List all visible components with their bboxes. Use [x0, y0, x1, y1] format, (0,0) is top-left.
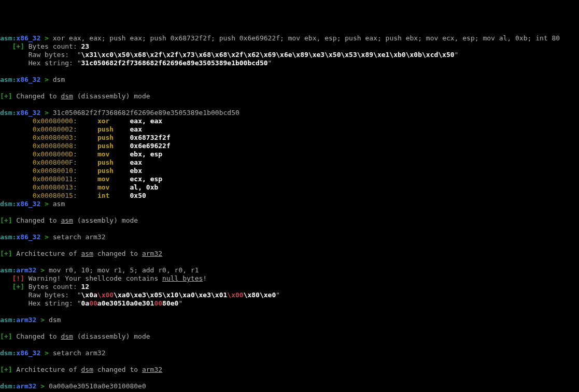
info-tag: [+] — [12, 42, 24, 50]
info-text: (assembly) mode — [73, 216, 138, 224]
terminal-line — [0, 225, 579, 233]
prompt-mode: asm — [0, 266, 12, 274]
dis-colon: : — [73, 117, 97, 125]
dis-address: 0x00080002 — [33, 125, 73, 133]
prompt-command[interactable]: setarch arm32 — [53, 233, 106, 241]
indent — [0, 42, 12, 50]
info-underline: asm — [81, 250, 93, 257]
dis-mnemonic: push — [97, 134, 130, 141]
prompt-arch: x86_32 — [16, 233, 40, 241]
dis-mnemonic: xor — [97, 117, 130, 125]
hex-trail: " — [268, 59, 272, 67]
terminal-line — [0, 341, 579, 349]
info-text: Warning! Your shellcode contains — [24, 274, 162, 282]
segment: 0a — [81, 299, 90, 307]
terminal-line — [0, 258, 579, 266]
segment: \x80\xe0 — [244, 291, 276, 299]
dis-address: 0x0008000F — [33, 158, 73, 166]
segment: \xa0\xe3\x05\x10\xa0\xe3\x01 — [114, 291, 227, 299]
segment: Raw bytes: " — [0, 291, 81, 299]
indent — [0, 167, 33, 175]
dis-operands: ebx — [130, 167, 142, 175]
prompt-arch: x86_32 — [16, 109, 40, 117]
prompt-arrow: > — [36, 316, 48, 324]
terminal-line: dsm:x86_32 > setarch arm32 — [0, 349, 579, 357]
prompt-command[interactable]: dsm — [49, 316, 61, 324]
info-text: ! — [203, 274, 207, 282]
terminal-line: [+] Changed to dsm (disassembly) mode — [0, 92, 579, 100]
dis-mnemonic: mov — [97, 175, 130, 183]
dis-operands: al, 0xb — [130, 183, 159, 191]
info-tag: [+] — [12, 283, 24, 291]
indent — [0, 125, 33, 133]
terminal-line — [0, 241, 579, 250]
info-text: Changed to — [12, 92, 61, 100]
segment: 80e0 — [162, 299, 178, 307]
segment: a0e30510a0e301 — [97, 299, 154, 307]
dis-mnemonic: mov — [97, 183, 130, 191]
prompt-command[interactable]: dsm — [53, 76, 65, 83]
prompt-command[interactable]: 0a00a0e30510a0e3010080e0 — [49, 382, 146, 390]
prompt-command[interactable]: xor eax, eax; push eax; push 0x68732f2f;… — [53, 34, 560, 42]
info-tag: [+] — [0, 92, 12, 100]
terminal-line — [0, 308, 579, 316]
terminal-line — [0, 100, 579, 109]
dis-mnemonic: push — [97, 125, 130, 133]
hex-string: 31c050682f2f7368682f62696e89e3505389e1b0… — [81, 59, 268, 67]
terminal-line: asm:arm32 > dsm — [0, 316, 579, 324]
prompt-arch: arm32 — [16, 382, 36, 390]
dis-address: 0x00080010 — [33, 167, 73, 175]
terminal-output[interactable]: asm:x86_32 > xor eax, eax; push eax; pus… — [0, 34, 579, 392]
dis-colon: : — [73, 142, 97, 150]
terminal-line: 0x0008000F: push eax — [0, 158, 579, 167]
prompt-mode: dsm — [0, 200, 12, 208]
terminal-line: dsm:x86_32 > 31c050682f2f7368682f62696e8… — [0, 109, 579, 117]
info-text: Changed to — [12, 332, 61, 340]
terminal-line: [+] Architecture of asm changed to arm32 — [0, 250, 579, 258]
indent — [0, 158, 33, 166]
info-tag: [+] — [0, 250, 12, 257]
info-tag: [+] — [0, 216, 12, 224]
prompt-mode: dsm — [0, 109, 12, 117]
info-underline: dsm — [61, 92, 73, 100]
dis-address: 0x0008000D — [33, 150, 73, 158]
info-text: Changed to — [12, 216, 61, 224]
indent — [0, 192, 33, 199]
info-text: Architecture of — [12, 250, 81, 257]
prompt-command[interactable]: 31c050682f2f7368682f62696e89e3505389e1b0… — [53, 109, 239, 117]
terminal-line: asm:x86_32 > setarch arm32 — [0, 233, 579, 241]
prompt-arrow: > — [40, 76, 52, 83]
terminal-line: 0x00080015: int 0x50 — [0, 192, 579, 200]
terminal-line: [+] Bytes count: 23 — [0, 42, 579, 51]
info-value: 23 — [81, 42, 90, 50]
dis-address: 0x00080015 — [33, 192, 73, 199]
hex-label: Hex string: " — [0, 59, 81, 67]
dis-operands: ebx, esp — [130, 150, 163, 158]
terminal-line: Raw bytes: "\x31\xc0\x50\x68\x2f\x2f\x73… — [0, 51, 579, 59]
dis-operands: 0x6e69622f — [130, 142, 171, 150]
terminal-line: [+] Architecture of dsm changed to arm32 — [0, 366, 579, 374]
info-underline: arm32 — [142, 366, 162, 373]
info-underline: dsm — [61, 332, 73, 340]
segment: \x0a — [81, 291, 97, 299]
dis-colon: : — [73, 167, 97, 175]
terminal-line: [+] Bytes count: 12 — [0, 283, 579, 291]
raw-trail: " — [455, 51, 459, 59]
indent — [0, 283, 12, 291]
dis-colon: : — [73, 175, 97, 183]
dis-address: 0x00080003 — [33, 134, 73, 141]
prompt-mode: asm — [0, 76, 12, 83]
raw-label: Raw bytes: " — [0, 51, 81, 59]
prompt-arrow: > — [40, 233, 52, 241]
terminal-line: asm:x86_32 > dsm — [0, 76, 579, 84]
terminal-line: 0x00080013: mov al, 0xb — [0, 183, 579, 192]
dis-operands: 0x68732f2f — [130, 134, 171, 141]
prompt-mode: asm — [0, 233, 12, 241]
prompt-command[interactable]: asm — [53, 200, 65, 208]
info-underline: asm — [61, 216, 73, 224]
terminal-line: [+] Changed to asm (assembly) mode — [0, 216, 579, 225]
terminal-line: 0x00080008: push 0x6e69622f — [0, 142, 579, 150]
dis-mnemonic: push — [97, 158, 130, 166]
prompt-command[interactable]: mov r0, 10; mov r1, 5; add r0, r0, r1 — [49, 266, 199, 274]
prompt-command[interactable]: setarch arm32 — [53, 349, 106, 357]
